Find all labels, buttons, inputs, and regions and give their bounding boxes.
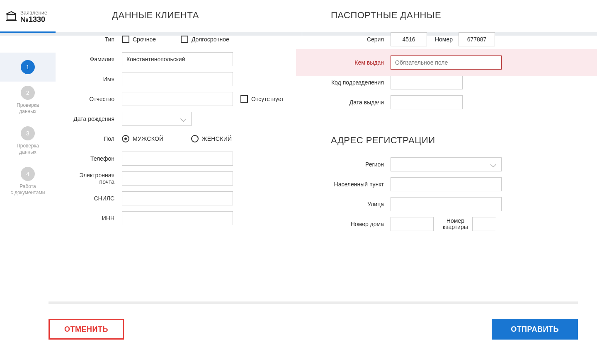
patronymic-label: Отчество: [64, 96, 114, 102]
footer: ОТМЕНИТЬ ОТПРАВИТЬ: [49, 319, 578, 340]
region-dropdown[interactable]: [391, 157, 502, 171]
sidebar-header: Заявление №1330: [0, 0, 56, 31]
email-label: Электронная почта: [64, 172, 114, 185]
step-badge: 1: [21, 60, 35, 74]
series-input[interactable]: [391, 32, 427, 46]
step-3[interactable]: 3 Проверка данных: [0, 126, 56, 155]
lastname-input[interactable]: [122, 52, 233, 66]
step-label: Проверка данных: [17, 102, 39, 115]
gender-female-radio[interactable]: ЖЕНСКИЙ: [191, 135, 232, 142]
apt-input[interactable]: [472, 217, 496, 231]
region-row: Регион: [331, 157, 553, 171]
checkbox-icon: [122, 36, 129, 43]
issued-by-label: Кем выдан: [331, 59, 384, 66]
locality-label: Населенный пункт: [331, 181, 384, 188]
passport-number-label: Номер: [427, 36, 453, 43]
checkbox-label: Отсутствует: [251, 96, 284, 102]
phone-row: Телефон: [64, 152, 296, 166]
checkbox-icon: [240, 95, 248, 103]
application-label: Заявление: [20, 10, 47, 16]
dept-code-input[interactable]: [391, 75, 463, 89]
region-label: Регион: [331, 161, 384, 168]
house-label: Номер дома: [331, 221, 384, 227]
radio-label: ЖЕНСКИЙ: [202, 135, 232, 142]
issued-by-row: Кем выдан: [331, 52, 553, 73]
locality-row: Населенный пункт: [331, 177, 553, 191]
dept-code-row: Код подразделения: [331, 75, 553, 89]
step-label: Проверка данных: [17, 143, 39, 155]
passport-series-number-row: Серия Номер: [331, 32, 553, 46]
chevron-down-icon: [180, 116, 186, 122]
inn-input[interactable]: [122, 211, 233, 225]
email-row: Электронная почта: [64, 171, 296, 186]
step-2[interactable]: 2 Проверка данных: [0, 86, 56, 115]
checkbox-label: Долгосрочное: [192, 36, 229, 43]
step-badge: 2: [21, 86, 35, 100]
cancel-button[interactable]: ОТМЕНИТЬ: [49, 319, 124, 340]
gender-row: Пол МУЖСКОЙ ЖЕНСКИЙ: [64, 132, 296, 146]
series-label: Серия: [331, 36, 384, 43]
steps-list: 1 2 Проверка данных 3 Проверка данных 4 …: [0, 36, 56, 207]
type-urgent-checkbox[interactable]: Срочное: [122, 36, 156, 43]
patronymic-input[interactable]: [122, 92, 233, 106]
step-badge: 3: [21, 126, 35, 140]
house-apt-row: Номер дома Номер квартиры: [331, 217, 553, 231]
house-input[interactable]: [391, 217, 434, 231]
address-section-title: АДРЕС РЕГИСТРАЦИИ: [331, 135, 553, 146]
checkbox-label: Срочное: [133, 36, 156, 43]
lastname-label: Фамилия: [64, 56, 114, 63]
building-icon: [5, 11, 17, 23]
snils-label: СНИЛС: [64, 195, 114, 202]
footer-separator: [49, 301, 578, 304]
issue-date-input[interactable]: [391, 95, 463, 109]
issue-date-row: Дата выдачи: [331, 95, 553, 109]
sidebar: Заявление №1330 1 2 Проверка данных 3 Пр…: [0, 0, 56, 364]
firstname-label: Имя: [64, 76, 114, 82]
step-label: Работа с документами: [11, 183, 45, 196]
firstname-row: Имя: [64, 72, 296, 86]
patronymic-absent-checkbox[interactable]: Отсутствует: [240, 95, 284, 103]
checkbox-icon: [181, 36, 188, 43]
passport-pane: ПАСПОРТНЫЕ ДАННЫЕ Серия Номер Кем выдан …: [296, 10, 553, 237]
street-input[interactable]: [391, 197, 502, 211]
step-badge: 4: [21, 167, 35, 181]
issue-date-label: Дата выдачи: [331, 99, 384, 106]
sidebar-header-text: Заявление №1330: [20, 10, 47, 24]
svg-marker-0: [6, 12, 16, 14]
step-1[interactable]: 1: [0, 53, 56, 82]
passport-section-title: ПАСПОРТНЫЕ ДАННЫЕ: [331, 10, 553, 21]
apt-label: Номер квартиры: [443, 218, 468, 231]
street-label: Улица: [331, 201, 384, 207]
firstname-input[interactable]: [122, 72, 233, 86]
inn-label: ИНН: [64, 215, 114, 222]
snils-row: СНИЛС: [64, 191, 296, 205]
email-input[interactable]: [122, 171, 233, 186]
radio-icon: [122, 135, 129, 142]
type-row: Тип Срочное Долгосрочное: [64, 32, 296, 46]
dob-row: Дата рождения: [64, 112, 296, 126]
gender-male-radio[interactable]: МУЖСКОЙ: [122, 135, 164, 142]
chevron-down-icon: [490, 162, 496, 167]
phone-label: Телефон: [64, 155, 114, 162]
patronymic-row: Отчество Отсутствует: [64, 92, 296, 106]
snils-input[interactable]: [122, 191, 233, 205]
dob-label: Дата рождения: [64, 116, 114, 122]
type-long-checkbox[interactable]: Долгосрочное: [181, 36, 229, 43]
passport-number-input[interactable]: [459, 32, 495, 46]
type-label: Тип: [64, 36, 114, 43]
radio-label: МУЖСКОЙ: [133, 135, 164, 142]
phone-input[interactable]: [122, 152, 233, 166]
svg-rect-1: [7, 15, 15, 20]
dob-dropdown[interactable]: [122, 112, 192, 126]
submit-button[interactable]: ОТПРАВИТЬ: [492, 319, 578, 340]
street-row: Улица: [331, 197, 553, 211]
gender-label: Пол: [64, 135, 114, 142]
client-section-title: ДАННЫЕ КЛИЕНТА: [64, 10, 296, 21]
inn-row: ИНН: [64, 211, 296, 225]
dept-code-label: Код подразделения: [331, 79, 384, 86]
issued-by-input[interactable]: [391, 55, 502, 70]
step-4[interactable]: 4 Работа с документами: [0, 167, 56, 196]
locality-input[interactable]: [391, 177, 502, 191]
client-pane: ДАННЫЕ КЛИЕНТА Тип Срочное Долгосрочное …: [64, 10, 296, 237]
radio-icon: [191, 135, 199, 142]
